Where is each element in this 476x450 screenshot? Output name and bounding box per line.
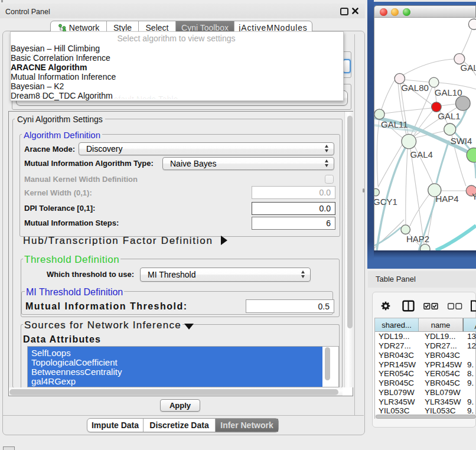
svg-text:HAP4: HAP4 [436, 194, 459, 204]
svg-text:YJ: YJ [472, 191, 476, 201]
svg-text:SWI4: SWI4 [451, 136, 472, 146]
svg-text:GAL11: GAL11 [381, 119, 408, 129]
svg-text:GCY1: GCY1 [374, 197, 397, 207]
svg-text:GAL80: GAL80 [401, 83, 429, 93]
svg-text:GAL7: GAL7 [461, 63, 476, 73]
svg-text:HAP2: HAP2 [406, 234, 429, 244]
svg-text:GAL1: GAL1 [438, 111, 460, 121]
svg-text:GAL4: GAL4 [410, 149, 433, 159]
svg-text:GAL10: GAL10 [435, 87, 462, 97]
